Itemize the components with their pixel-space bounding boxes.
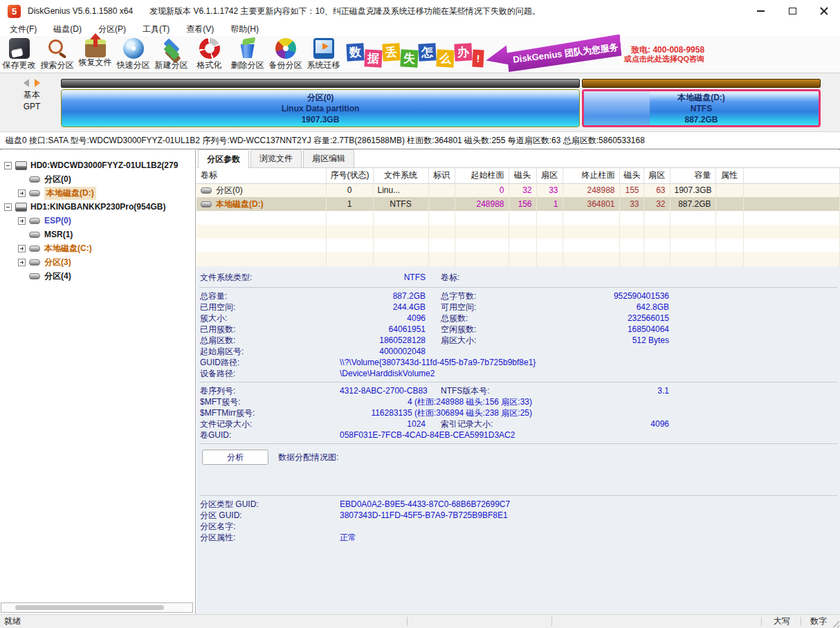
- used-space-bar: [584, 91, 650, 125]
- divider: [199, 443, 837, 444]
- tab-browse-files[interactable]: 浏览文件: [250, 149, 302, 167]
- delete-partition-icon: [237, 38, 258, 59]
- menu-bar: 文件(F) 磁盘(D) 分区(P) 工具(T) 查看(V) 帮助(H): [0, 22, 840, 36]
- detail-row-capacity: 总容量: 887.2GB 总字节数: 952590401536: [197, 290, 840, 302]
- col-volume[interactable]: 卷标: [197, 168, 326, 183]
- detail-row-part-name: 分区名字:: [197, 521, 840, 532]
- partition-block-0[interactable]: 分区(0) Linux Data partition 1907.3GB: [61, 89, 580, 127]
- table-row-empty[interactable]: [197, 211, 840, 225]
- detail-row-space: 已用空间: 244.4GB 可用空间: 642.8GB: [197, 302, 840, 313]
- partition-icon: [29, 176, 40, 183]
- col-fs[interactable]: 文件系统: [373, 168, 428, 183]
- menu-disk[interactable]: 磁盘(D): [45, 22, 90, 36]
- search-partition-button[interactable]: 搜索分区: [38, 36, 76, 71]
- detail-row-mft: $MFT簇号: 4 (柱面:248988 磁头:156 扇区:33): [197, 396, 840, 407]
- menu-tools[interactable]: 工具(T): [134, 22, 178, 36]
- status-separator: [551, 617, 552, 626]
- window-controls: [745, 0, 840, 22]
- tree-item-esp[interactable]: ESP(0): [0, 214, 195, 228]
- update-notice[interactable]: 发现新版本 V6.1.1.1742 主要更新内容如下：10、纠正磁盘克隆及系统迁…: [149, 6, 540, 17]
- partition-block-d[interactable]: 本地磁盘(D:) NTFS 887.2GB: [582, 89, 821, 127]
- detail-row-sectors: 总扇区数: 1860528128 扇区大小: 512 Bytes: [197, 335, 840, 346]
- ad-banner[interactable]: 数 据 丢 失 怎 么 办 ! DiskGenius 团队为您服务 致电: 40…: [347, 36, 704, 73]
- detail-row-part-type-guid: 分区类型 GUID: EBD0A0A2-B9E5-4433-87C0-68B6B…: [197, 499, 840, 510]
- table-row-empty[interactable]: [197, 239, 840, 252]
- quick-partition-icon: [123, 38, 144, 59]
- menu-help[interactable]: 帮助(H): [222, 22, 267, 36]
- recover-files-button[interactable]: 恢复文件: [76, 36, 114, 68]
- close-icon: [820, 7, 828, 15]
- format-button[interactable]: 格式化: [190, 36, 228, 71]
- expand-icon[interactable]: [18, 259, 26, 266]
- detail-row-start-sector: 起始扇区号: 4000002048: [197, 346, 840, 357]
- close-button[interactable]: [808, 0, 840, 22]
- collapse-icon[interactable]: [4, 203, 12, 211]
- expand-icon[interactable]: [18, 217, 26, 225]
- system-migration-button[interactable]: 系统迁移: [304, 36, 343, 71]
- menu-file[interactable]: 文件(F): [0, 22, 45, 36]
- minimize-button[interactable]: [745, 0, 776, 22]
- detail-row-guid-path: GUID路径: \\?\Volume{3807343d-11fd-45f5-b7…: [197, 357, 840, 368]
- partition-size: 1907.3GB: [302, 114, 340, 125]
- tree-item-hd1[interactable]: HD1:KINGBANKKP230Pro(954GB): [0, 200, 195, 214]
- tab-sector-edit[interactable]: 扇区编辑: [303, 149, 354, 167]
- forward-icon[interactable]: [35, 79, 40, 87]
- col-flag[interactable]: 标识: [428, 168, 455, 183]
- tab-partition-params[interactable]: 分区参数: [198, 149, 249, 168]
- ad-slogan: 数 据 丢 失 怎 么 办 !: [347, 37, 484, 72]
- maximize-button[interactable]: [776, 0, 808, 22]
- allocation-graph-area: [197, 469, 840, 492]
- col-end-head[interactable]: 磁头: [619, 168, 643, 183]
- tree-item-partition4[interactable]: 分区(4): [0, 269, 195, 283]
- tree-item-hd0[interactable]: HD0:WDCWD3000FYYZ-01UL1B2(279: [0, 158, 195, 172]
- detail-row-device-path: 设备路径: \Device\HarddiskVolume2: [197, 368, 840, 379]
- partition-table: 卷标 序号(状态) 文件系统 标识 起始柱面 磁头 扇区 终止柱面 磁头 扇区 …: [197, 168, 840, 266]
- qq-label[interactable]: 或点击此处选择QQ咨询: [624, 55, 704, 64]
- disk-map-column: 分区(0) Linux Data partition 1907.3GB: [61, 79, 580, 127]
- expand-icon[interactable]: [18, 245, 26, 252]
- table-row-local-disk-d-selected[interactable]: 本地磁盘(D:) 1 NTFS 248988 156 1 364801 33 3…: [197, 197, 840, 211]
- delete-partition-button[interactable]: 删除分区: [228, 36, 266, 71]
- tree-item-partition3[interactable]: 分区(3): [0, 255, 195, 269]
- col-start-head[interactable]: 磁头: [509, 168, 536, 183]
- save-changes-button[interactable]: 保存更改: [0, 36, 38, 71]
- table-row-partition0[interactable]: 分区(0) 0 Linu... 0 32 33 248988 155 63 19…: [197, 183, 840, 197]
- new-partition-button[interactable]: 新建分区: [152, 36, 190, 71]
- tree-item-local-disk-c[interactable]: 本地磁盘(C:): [0, 241, 195, 255]
- analyze-button[interactable]: 分析: [202, 450, 268, 465]
- tree-item-msr[interactable]: MSR(1): [0, 228, 195, 241]
- tree-item-partition0[interactable]: 分区(0): [0, 172, 195, 186]
- col-end-cyl[interactable]: 终止柱面: [563, 168, 619, 183]
- window-title: DiskGenius V5.6.1.1580 x64: [28, 6, 133, 16]
- backup-partition-button[interactable]: 备份分区: [266, 36, 304, 71]
- partition-fs: Linux Data partition: [282, 103, 360, 114]
- disk-icon: [15, 203, 27, 212]
- detail-row-record-size: 文件记录大小: 1024 索引记录大小: 4096: [197, 418, 840, 430]
- maximize-icon: [789, 8, 796, 15]
- table-row-empty[interactable]: [197, 225, 840, 239]
- tree-item-local-disk-d[interactable]: 本地磁盘(D:): [0, 186, 195, 200]
- menu-view[interactable]: 查看(V): [178, 22, 222, 36]
- quick-partition-button[interactable]: 快速分区: [114, 36, 152, 71]
- status-bar: 就绪 大写 数字: [0, 614, 840, 628]
- status-ready: 就绪: [4, 615, 21, 628]
- disk-tree-panel: HD0:WDCWD3000FYYZ-01UL1B2(279 分区(0) 本地磁盘…: [0, 150, 196, 614]
- col-end-sec[interactable]: 扇区: [643, 168, 670, 183]
- back-icon[interactable]: [24, 79, 29, 87]
- expand-icon[interactable]: [18, 190, 26, 197]
- col-start-cyl[interactable]: 起始柱面: [455, 168, 509, 183]
- disk-map: 分区(0) Linux Data partition 1907.3GB 本地磁盘…: [61, 79, 821, 127]
- backup-partition-icon: [273, 36, 298, 62]
- toolbar: 保存更改 搜索分区 恢复文件 快速分区 新建分区 格式化 删除分区 备份分区 系…: [0, 36, 840, 73]
- col-attr[interactable]: 属性: [715, 168, 743, 183]
- col-capacity[interactable]: 容量: [670, 168, 715, 183]
- collapse-icon[interactable]: [4, 162, 12, 169]
- col-start-sec[interactable]: 扇区: [536, 168, 563, 183]
- col-index[interactable]: 序号(状态): [326, 168, 373, 183]
- contact-block[interactable]: 致电: 400-008-9958 或点击此处选择QQ咨询: [624, 46, 704, 64]
- tree-horizontal-scrollbar[interactable]: [1, 602, 193, 613]
- detail-row-part-guid: 分区 GUID: 3807343D-11FD-45F5-B7A9-7B725B9…: [197, 510, 840, 521]
- table-row-empty[interactable]: [197, 252, 840, 266]
- disk-track-segment-selected: [582, 79, 821, 88]
- scrollbar-thumb[interactable]: [15, 605, 164, 610]
